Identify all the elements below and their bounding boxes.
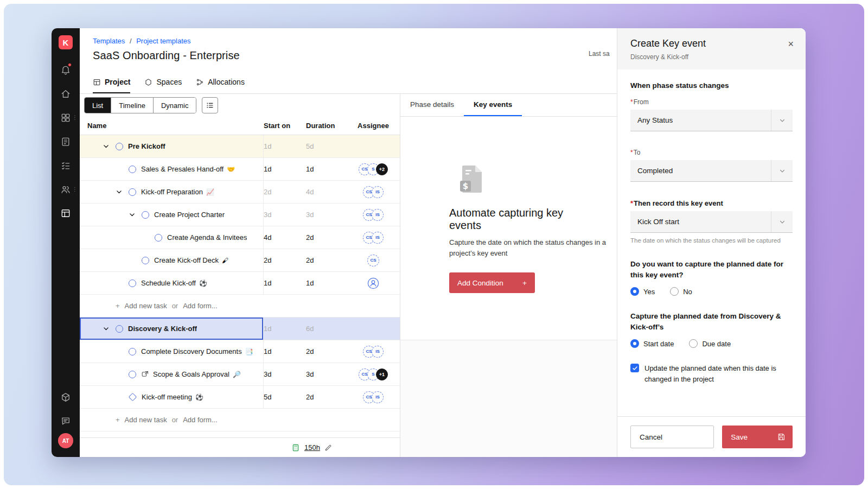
cancel-button[interactable]: Cancel	[630, 426, 714, 448]
assignee-placeholder[interactable]	[367, 277, 379, 289]
chevron-down-icon[interactable]	[129, 211, 136, 218]
duration-cell[interactable]: 2d	[306, 393, 347, 401]
key-event-select[interactable]: Kick Off start	[630, 211, 793, 233]
capture-planned-option[interactable]: Yes	[630, 287, 655, 296]
task-name-cell[interactable]: Create Kick-off Deck🖌	[80, 249, 264, 271]
user-avatar[interactable]: AT	[58, 433, 73, 448]
list-settings-button[interactable]	[202, 97, 218, 113]
tasks-icon[interactable]	[52, 154, 80, 177]
add-new-task-link[interactable]: Add new task	[125, 416, 167, 424]
assignee-avatar[interactable]: IS	[372, 346, 384, 358]
task-row[interactable]: Kick-off Preparation📈2d4dCSIS	[80, 181, 400, 204]
duration-cell[interactable]: 2d	[306, 233, 347, 242]
collapse-chevron[interactable]	[103, 325, 116, 332]
assignee-cell[interactable]: CSS+2	[347, 163, 400, 175]
tab-phase-details[interactable]: Phase details	[400, 94, 464, 116]
update-planned-date-checkbox[interactable]: Update the planned date when this date i…	[630, 363, 793, 384]
assignee-avatar[interactable]: CS	[367, 255, 379, 266]
task-row[interactable]: Create Project Charter3d3dCSIS	[80, 204, 400, 226]
duration-cell[interactable]: 2d	[306, 347, 347, 355]
projects-icon[interactable]	[52, 201, 80, 225]
collapse-chevron[interactable]	[116, 188, 129, 195]
collapse-chevron[interactable]	[103, 143, 116, 150]
edit-pencil-icon[interactable]	[324, 444, 332, 452]
add-form-link[interactable]: Add form...	[183, 416, 218, 424]
start-on-cell[interactable]: 3d	[264, 211, 306, 219]
save-button[interactable]: Save	[722, 426, 793, 448]
duration-cell[interactable]: 6d	[306, 325, 347, 333]
column-header-start-on[interactable]: Start on	[264, 122, 306, 130]
duration-cell[interactable]: 2d	[306, 256, 347, 264]
breadcrumb-templates-link[interactable]: Templates	[93, 37, 125, 45]
assignee-cell[interactable]: CSIS	[347, 209, 400, 221]
phase-row[interactable]: Pre Kickoff1d5d	[80, 135, 400, 158]
start-on-cell[interactable]: 1d	[264, 165, 306, 173]
start-on-cell[interactable]: 1d	[264, 142, 306, 150]
start-on-cell[interactable]: 2d	[264, 188, 306, 196]
task-row[interactable]: Complete Discovery Documents📑1d2dCSIS	[80, 340, 400, 363]
task-name-cell[interactable]: Complete Discovery Documents📑	[80, 340, 264, 363]
column-header-duration[interactable]: Duration	[306, 122, 347, 130]
capture-planned-option[interactable]: No	[670, 287, 692, 296]
radio-input[interactable]	[689, 339, 698, 348]
duration-cell[interactable]: 5d	[306, 142, 347, 150]
assignee-overflow-badge[interactable]: +2	[376, 163, 388, 175]
breadcrumb-project-templates-link[interactable]: Project templates	[136, 37, 190, 45]
boards-icon[interactable]	[52, 130, 80, 154]
assignee-avatar[interactable]: IS	[372, 232, 384, 244]
duration-cell[interactable]: 4d	[306, 188, 347, 196]
checkbox-input[interactable]	[630, 364, 639, 372]
total-hours-value[interactable]: 150h	[304, 443, 320, 452]
task-name-cell[interactable]: Schedule Kick-off⚽	[80, 272, 264, 294]
task-name-cell[interactable]: Sales & Presales Hand-off🤝	[80, 158, 264, 180]
duration-cell[interactable]: 1d	[306, 165, 347, 173]
assignee-cell[interactable]	[347, 277, 400, 289]
planned-date-option[interactable]: Start date	[630, 339, 674, 348]
start-on-cell[interactable]: 1d	[264, 325, 306, 333]
task-name-cell[interactable]: Create Project Charter	[80, 204, 264, 226]
task-row[interactable]: Scope & Goals Approval🔎3d3dCSS+1	[80, 363, 400, 386]
column-header-name[interactable]: Name	[80, 122, 264, 130]
view-dynamic-button[interactable]: Dynamic	[154, 98, 196, 113]
assignee-avatar[interactable]: IS	[372, 391, 384, 403]
radio-input[interactable]	[630, 287, 639, 296]
apps-icon[interactable]: ⋮	[52, 106, 80, 130]
app-logo[interactable]: K	[59, 35, 73, 49]
tab-allocations[interactable]: Allocations	[196, 78, 245, 93]
view-timeline-button[interactable]: Timeline	[111, 98, 154, 113]
task-name-cell[interactable]: Discovery & Kick-off	[80, 317, 264, 340]
task-name-cell[interactable]: Create Agenda & Invitees	[80, 226, 264, 249]
task-row[interactable]: Schedule Kick-off⚽1d1d	[80, 272, 400, 295]
task-name-cell[interactable]: Pre Kickoff	[80, 135, 264, 157]
assignee-cell[interactable]: CSIS	[347, 232, 400, 244]
start-on-cell[interactable]: 5d	[264, 393, 306, 401]
collapse-chevron[interactable]	[129, 211, 142, 218]
assignee-avatar[interactable]: IS	[372, 186, 384, 198]
tab-project[interactable]: Project	[93, 78, 130, 93]
notifications-icon[interactable]	[52, 58, 80, 82]
column-header-assignee[interactable]: Assignee	[347, 122, 400, 130]
tab-spaces[interactable]: Spaces	[144, 78, 182, 93]
start-on-cell[interactable]: 1d	[264, 279, 306, 287]
assignee-cell[interactable]: CSIS	[347, 391, 400, 403]
start-on-cell[interactable]: 2d	[264, 256, 306, 264]
chat-icon[interactable]	[52, 409, 80, 433]
task-name-cell[interactable]: Kick-off Preparation📈	[80, 181, 264, 203]
task-row[interactable]: Kick-off meeting⚽5d2dCSIS	[80, 386, 400, 409]
task-row[interactable]: Create Agenda & Invitees4d2dCSIS	[80, 226, 400, 249]
task-name-cell[interactable]: Kick-off meeting⚽	[80, 386, 264, 408]
assignee-cell[interactable]: CS	[347, 255, 400, 266]
close-icon[interactable]: ×	[784, 38, 797, 50]
start-on-cell[interactable]: 1d	[264, 347, 306, 355]
from-select[interactable]: Any Status	[630, 110, 793, 131]
marketplace-icon[interactable]	[52, 385, 80, 409]
start-on-cell[interactable]: 4d	[264, 233, 306, 242]
people-icon[interactable]: ⋮	[52, 177, 80, 201]
assignee-cell[interactable]: CSIS	[347, 186, 400, 198]
add-condition-button[interactable]: Add Condition +	[449, 272, 535, 293]
task-row[interactable]: Create Kick-off Deck🖌2d2dCS	[80, 249, 400, 272]
planned-date-option[interactable]: Due date	[689, 339, 731, 348]
chevron-down-icon[interactable]	[103, 143, 110, 150]
duration-cell[interactable]: 3d	[306, 211, 347, 219]
chevron-down-icon[interactable]	[116, 188, 123, 195]
